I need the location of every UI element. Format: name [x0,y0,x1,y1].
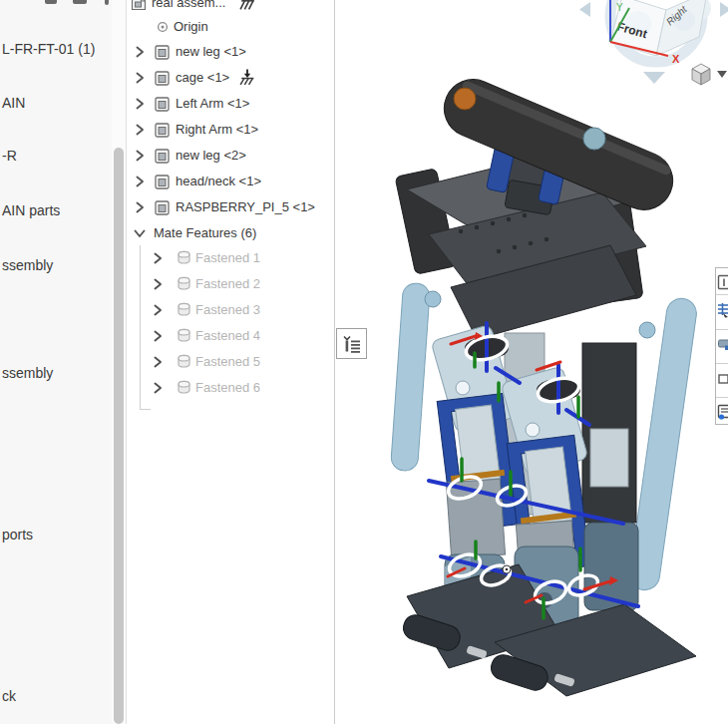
tree-item-label[interactable]: RASPBERRY_PI_5 <1> [176,194,315,220]
tree-row-mate-features[interactable]: Mate Features (6) [128,220,334,246]
robot-left-arm[interactable] [390,282,430,471]
view-cube[interactable]: Front Right Y X [558,0,728,95]
chevron-right-icon[interactable] [151,329,165,343]
tree-row-instance[interactable]: new leg <2> [128,143,334,169]
chevron-right-icon[interactable] [133,97,147,111]
tree-item-label[interactable]: new leg <2> [176,143,246,169]
section-box-icon [717,370,728,388]
tree-item-label[interactable]: Mate Features (6) [154,220,256,246]
sidebar-item[interactable]: -R [2,148,17,164]
fastened-mate-icon [177,276,191,291]
rotate-left-arrow[interactable] [579,2,590,17]
fastened-mate-icon [177,380,191,395]
tree-row-mate[interactable]: Fastened 2 [128,271,334,297]
x-axis-label: X [672,53,680,65]
chevron-right-icon[interactable] [151,381,165,395]
notes-panel-icon [717,404,728,422]
chevron-right-icon[interactable] [133,149,147,163]
tree-row-instance[interactable]: Right Arm <1> [128,117,334,143]
named-views-dropdown-caret[interactable] [717,71,727,78]
subassembly-icon [154,43,172,61]
sidebar-item[interactable]: L-FR-FT-01 (1) [2,41,95,57]
y-axis-label: Y [616,2,623,13]
subassembly-icon [154,198,172,216]
sidebar-item[interactable]: ports [2,527,33,543]
tree-row-mate[interactable]: Fastened 1 [128,245,334,271]
cut-toolbar-icon [45,0,57,4]
robot-model[interactable] [336,0,728,724]
chevron-right-icon[interactable] [151,277,165,291]
tree-item-label[interactable]: Fastened 1 [195,245,260,271]
fixed-ground-icon [238,0,256,13]
tree-row-mate[interactable]: Fastened 4 [128,323,334,349]
bom-table-button[interactable] [716,268,728,295]
chevron-right-icon[interactable] [133,175,147,188]
tree-item-label[interactable]: Right Arm <1> [176,117,258,143]
camera-lens-orange [454,88,476,110]
tree-item-label[interactable]: Fastened 3 [195,297,260,323]
notes-panel-button[interactable] [716,398,728,424]
chevron-right-icon[interactable] [151,303,165,317]
appearance-panel-button[interactable] [716,330,728,364]
sidebar-item[interactable]: ck [2,688,16,704]
tree-item-label[interactable]: Fastened 5 [195,349,260,375]
chevron-right-icon[interactable] [133,71,147,85]
camera-lens-blue [583,128,605,150]
tree-item-label[interactable]: Origin [174,14,208,40]
collapse-tree-icon [341,333,363,355]
tree-row-mate[interactable]: Fastened 6 [128,375,334,401]
assembly-tree: real assem... Origin new leg <1> [128,0,335,724]
tree-item-label[interactable]: Fastened 6 [195,375,260,401]
cut-toolbar-icon [73,0,87,4]
structure-table-icon [717,301,728,319]
tree-row-instance[interactable]: RASPBERRY_PI_5 <1> [128,194,334,220]
subassembly-icon [154,95,172,113]
named-views-cube-icon[interactable] [692,64,710,85]
tree-row-instance[interactable]: new leg <1> [128,39,334,65]
tree-item-label[interactable]: Left Arm <1> [176,91,249,117]
robot-back-panel [590,429,628,487]
sidebar-scrollbar[interactable] [112,0,126,724]
tree-item-label[interactable]: head/neck <1> [176,169,261,194]
chevron-right-icon[interactable] [133,200,147,214]
tree-item-label[interactable]: new leg <1> [176,39,246,65]
tree-row-mate[interactable]: Fastened 5 [128,349,334,375]
sidebar-item[interactable]: AIN parts [2,202,60,218]
rotate-right-arrow[interactable] [720,2,728,17]
documents-sidebar: L-FR-FT-01 (1) AIN -R AIN parts ssembly … [0,0,127,724]
fastened-mate-icon [177,302,191,317]
fix-to-ground-icon [238,69,256,87]
structure-table-button[interactable] [716,295,728,330]
subassembly-icon [154,173,172,190]
chevron-right-icon[interactable] [133,45,147,59]
assembly-document-icon [130,0,148,12]
sidebar-scrollbar-thumb[interactable] [114,148,124,724]
rotate-down-arrow[interactable] [643,72,665,84]
chevron-right-icon[interactable] [151,251,165,265]
chevron-down-icon[interactable] [133,226,147,240]
tree-row-instance[interactable]: cage <1> [128,65,334,91]
tree-item-label[interactable]: cage <1> [176,65,229,91]
onshape-assembly-window: L-FR-FT-01 (1) AIN -R AIN parts ssembly … [0,0,728,724]
tree-row-instance[interactable]: head/neck <1> [128,169,334,194]
tree-row-mate[interactable]: Fastened 3 [128,297,334,323]
tree-row-instance[interactable]: Left Arm <1> [128,91,334,117]
subassembly-icon [154,69,172,87]
appearance-panel-icon [717,336,728,354]
chevron-right-icon[interactable] [151,355,165,369]
fastened-mate-icon [177,354,191,369]
chevron-right-icon[interactable] [133,123,147,137]
subassembly-icon [154,147,172,165]
sidebar-item[interactable]: ssembly [2,365,53,381]
tree-item-label[interactable]: Fastened 4 [195,323,260,349]
cut-toolbar-icon [105,0,109,5]
tree-row-origin[interactable]: Origin [128,14,334,40]
collapse-tree-button[interactable] [336,328,367,359]
fastened-mate-icon [177,328,191,343]
section-box-button[interactable] [716,364,728,398]
3d-viewport[interactable]: Front Right Y X [336,0,728,724]
bom-table-icon [717,274,728,292]
sidebar-item[interactable]: AIN [2,95,25,111]
tree-item-label[interactable]: Fastened 2 [195,271,260,297]
sidebar-item[interactable]: ssembly [2,257,53,273]
